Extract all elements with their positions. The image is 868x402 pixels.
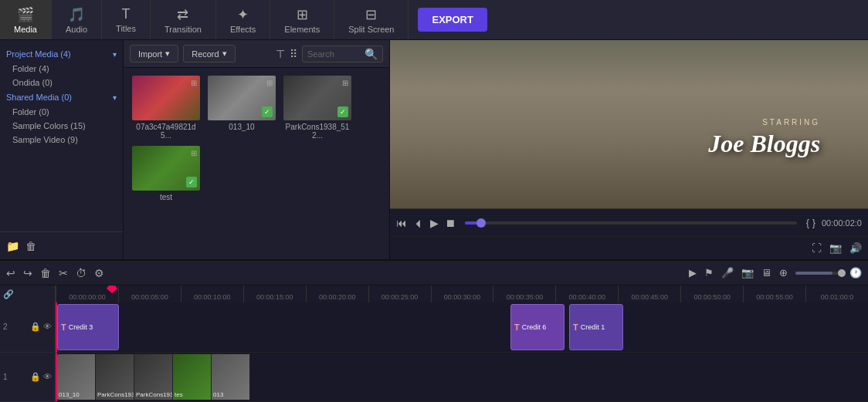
track1-lock-icon[interactable]: 🔒 xyxy=(30,372,41,382)
track1-eye-icon[interactable]: 👁 xyxy=(43,372,52,382)
media-item-1[interactable]: ⊞ ✓ 013_10 xyxy=(207,76,276,140)
duration-icon[interactable]: ⏱ xyxy=(76,267,86,279)
playhead-line-track2 xyxy=(56,302,57,352)
tl-camera-icon[interactable]: 📷 xyxy=(741,267,754,279)
record-chevron-icon: ▾ xyxy=(222,49,227,59)
media-thumbnail-0: ⊞ xyxy=(132,76,200,120)
shared-media-section[interactable]: Shared Media (0) ▾ xyxy=(0,90,123,105)
link-icon[interactable]: 🔗 xyxy=(3,289,14,299)
fullscreen-icon[interactable]: ⛶ xyxy=(812,242,822,254)
top-toolbar: 🎬 Media 🎵 Audio T Titles ⇄ Transition ✦ … xyxy=(0,0,868,40)
strip-item-park2: ParkCons1938_512k xyxy=(134,354,173,400)
undo-icon[interactable]: ↩ xyxy=(6,267,15,279)
ruler-mark-12: 00:01:00:0 xyxy=(805,285,868,302)
track-content: T Credit 3 T Credit 6 T Credit 1 xyxy=(56,302,868,402)
progress-dot xyxy=(476,218,486,228)
timeline-ruler: 🔗 00:00:00:00 00:00:05:00 00:00:10:00 00… xyxy=(0,285,868,302)
tl-plus-icon[interactable]: ⊕ xyxy=(779,267,788,279)
sidebar-item-folder[interactable]: Folder (4) xyxy=(0,62,123,76)
track-eye-icon[interactable]: 👁 xyxy=(43,322,52,332)
toolbar-titles[interactable]: T Titles xyxy=(102,0,151,39)
tl-zoom-slider[interactable] xyxy=(795,272,842,275)
preview-background: STARRING Joe Bloggs xyxy=(390,40,868,208)
redo-icon[interactable]: ↪ xyxy=(23,267,32,279)
snapshot-icon[interactable]: 📷 xyxy=(829,242,842,254)
preview-area: STARRING Joe Bloggs xyxy=(390,40,868,208)
toolbar-effects[interactable]: ✦ Effects xyxy=(216,0,270,39)
track-2-icons: 🔒 👁 xyxy=(30,322,52,332)
export-button[interactable]: EXPORT xyxy=(418,8,487,32)
track-lock-icon[interactable]: 🔒 xyxy=(30,322,41,332)
clip-credit3[interactable]: T Credit 3 xyxy=(57,304,119,350)
thumb-check-1: ✓ xyxy=(262,106,273,117)
playback-progress-bar[interactable] xyxy=(465,221,797,225)
play-button[interactable]: ▶ xyxy=(430,217,439,229)
strip-item-013b: 013 xyxy=(212,354,250,400)
toolbar-elements[interactable]: ⊞ Elements xyxy=(270,0,334,39)
toolbar-splitscreen-label: Split Screen xyxy=(348,25,394,34)
starring-text: STARRING xyxy=(708,118,820,127)
media-icon: 🎬 xyxy=(17,6,34,23)
adjust-icon[interactable]: ⚙ xyxy=(94,267,104,279)
track-2-id: 2 xyxy=(3,323,8,331)
tl-marker-icon[interactable]: ⚑ xyxy=(704,267,714,279)
sidebar-item-sample-colors[interactable]: Sample Colors (15) xyxy=(0,119,123,133)
shared-folder-label: Folder (0) xyxy=(12,107,49,117)
toolbar-transition[interactable]: ⇄ Transition xyxy=(151,0,216,39)
left-panel: Project Media (4) ▾ Folder (4) Ondida (0… xyxy=(0,40,124,259)
volume-icon[interactable]: 🔊 xyxy=(849,242,862,254)
tl-mic-icon[interactable]: 🎤 xyxy=(721,267,734,279)
tl-clock-icon[interactable]: 🕐 xyxy=(849,267,862,279)
timeline-right-icons: ▶ ⚑ 🎤 📷 🖥 ⊕ 🕐 xyxy=(689,267,862,279)
project-media-section[interactable]: Project Media (4) ▾ xyxy=(0,46,123,62)
clip-credit1[interactable]: T Credit 1 xyxy=(569,304,623,350)
track-1-id: 1 xyxy=(3,373,8,381)
add-folder-icon[interactable]: 📁 xyxy=(6,240,19,252)
stop-button[interactable]: ⏹ xyxy=(445,217,456,229)
media-label-3: test xyxy=(160,193,172,201)
sidebar-item-shared-folder[interactable]: Folder (0) xyxy=(0,105,123,119)
filter-icon[interactable]: ⊤ xyxy=(276,48,285,60)
toolbar-media[interactable]: 🎬 Media xyxy=(0,0,52,39)
media-item-0[interactable]: ⊞ 07a3c47a49821d5... xyxy=(131,76,201,140)
search-input[interactable] xyxy=(307,49,361,59)
clip-credit6[interactable]: T Credit 6 xyxy=(510,304,565,350)
toolbar-audio[interactable]: 🎵 Audio xyxy=(52,0,102,39)
toolbar-splitscreen[interactable]: ⊟ Split Screen xyxy=(334,0,409,39)
preview-sub-controls: ⛶ 📷 🔊 xyxy=(390,236,868,259)
strip-label-park1: ParkCons1938_51 xyxy=(97,391,134,398)
ruler-mark-1: 00:00:05:00 xyxy=(118,285,181,302)
tl-screen-icon[interactable]: 🖥 xyxy=(761,267,771,279)
clip-credit3-label: T Credit 3 xyxy=(61,323,93,332)
toolbar-elements-label: Elements xyxy=(284,25,320,34)
media-item-2[interactable]: ⊞ ✓ ParkCons1938_512... xyxy=(283,76,352,140)
sidebar-item-ondida[interactable]: Ondida (0) xyxy=(0,76,123,90)
sidebar-item-sample-video[interactable]: Sample Video (9) xyxy=(0,133,123,147)
grid-icon[interactable]: ⠿ xyxy=(290,48,297,60)
transition-icon: ⇄ xyxy=(177,6,188,23)
step-back-button[interactable]: ⏴ xyxy=(413,217,424,229)
media-filter-icons: ⊤ ⠿ 🔍 xyxy=(276,46,383,62)
media-item-3[interactable]: ⊞ ✓ test xyxy=(131,146,201,201)
import-button[interactable]: Import ▾ xyxy=(130,45,178,62)
thumb-grid-icon-0: ⊞ xyxy=(191,79,197,87)
left-panel-bottom: 📁 🗑 xyxy=(0,231,123,259)
cut-icon[interactable]: ✂ xyxy=(59,267,68,279)
bracket-left-icon[interactable]: { } xyxy=(806,217,815,228)
strip-item-park1: ParkCons1938_51 xyxy=(96,354,134,400)
timeline-toolbar: ↩ ↪ 🗑 ✂ ⏱ ⚙ ▶ ⚑ 🎤 📷 🖥 ⊕ 🕐 xyxy=(0,261,868,285)
delete-icon[interactable]: 🗑 xyxy=(40,267,51,279)
elements-icon: ⊞ xyxy=(297,6,308,23)
timeline-tracks: 2 🔒 👁 1 🔒 👁 xyxy=(0,302,868,402)
delete-folder-icon[interactable]: 🗑 xyxy=(25,240,36,252)
tl-play-icon[interactable]: ▶ xyxy=(689,267,697,279)
skip-back-button[interactable]: ⏮ xyxy=(396,217,407,229)
project-chevron-icon: ▾ xyxy=(113,50,117,59)
preview-controls: ⏮ ⏴ ▶ ⏹ { } 00:00:02:0 xyxy=(390,208,868,236)
import-chevron-icon: ▾ xyxy=(165,49,170,59)
strip-label-013b: 013 xyxy=(213,391,223,398)
import-label: Import xyxy=(138,49,162,59)
media-label-2: ParkCons1938_512... xyxy=(283,123,351,140)
record-button[interactable]: Record ▾ xyxy=(183,45,235,62)
ruler-mark-3: 00:00:15:00 xyxy=(243,285,306,302)
